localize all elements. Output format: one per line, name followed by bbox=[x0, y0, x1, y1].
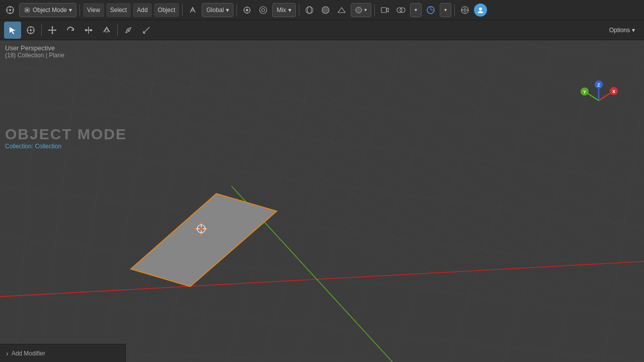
svg-point-16 bbox=[262, 9, 265, 12]
shading-icon[interactable] bbox=[318, 3, 333, 17]
svg-line-50 bbox=[40, 40, 503, 297]
svg-line-55 bbox=[242, 40, 644, 297]
svg-line-82 bbox=[0, 101, 644, 181]
viewport-label: User Perspective (18) Collection | Plane bbox=[5, 44, 64, 59]
divider-4 bbox=[299, 4, 299, 16]
svg-line-56 bbox=[282, 40, 644, 272]
overlay-icon[interactable] bbox=[394, 3, 408, 17]
scene-icon[interactable] bbox=[335, 3, 349, 17]
svg-point-22 bbox=[397, 8, 402, 13]
collection-name-link[interactable]: Collection bbox=[35, 143, 61, 150]
transform-orient-icon[interactable] bbox=[186, 3, 200, 17]
object-menu[interactable]: Object bbox=[154, 3, 180, 17]
svg-line-53 bbox=[161, 40, 594, 297]
select-menu[interactable]: Select bbox=[106, 3, 131, 17]
svg-line-69 bbox=[161, 40, 242, 362]
svg-rect-21 bbox=[381, 8, 386, 13]
mode-title: OBJECT MODE bbox=[5, 126, 127, 143]
svg-point-104 bbox=[581, 87, 589, 96]
svg-line-89 bbox=[231, 186, 392, 362]
render-icon[interactable] bbox=[378, 3, 392, 17]
cursor-icon[interactable] bbox=[3, 3, 17, 17]
x-axis-label: X bbox=[612, 89, 615, 94]
transform-tool-btn[interactable] bbox=[98, 22, 115, 39]
svg-point-11 bbox=[247, 6, 248, 7]
mode-overlay: OBJECT MODE Collection: Collection bbox=[5, 126, 127, 150]
options-btn[interactable]: Options ▾ bbox=[604, 25, 640, 36]
secondary-toolbar: Options ▾ bbox=[0, 20, 644, 40]
svg-line-48 bbox=[0, 40, 453, 297]
add-menu[interactable]: Add bbox=[133, 3, 151, 17]
snap-mix-dropdown[interactable]: Mix ▾ bbox=[272, 3, 296, 17]
svg-line-103 bbox=[586, 93, 599, 101]
svg-point-15 bbox=[260, 7, 267, 14]
svg-point-42 bbox=[105, 29, 108, 32]
divider-5 bbox=[374, 4, 375, 16]
expand-modifier-btn[interactable]: › Add Modifier bbox=[6, 349, 45, 357]
svg-line-44 bbox=[143, 27, 149, 33]
svg-line-83 bbox=[0, 141, 644, 226]
svg-point-96 bbox=[194, 228, 196, 230]
object-mode-dropdown[interactable]: Object Mode ▾ bbox=[19, 3, 76, 17]
svg-point-93 bbox=[197, 225, 205, 233]
svg-point-5 bbox=[9, 9, 11, 11]
svg-point-8 bbox=[192, 9, 194, 11]
svg-line-79 bbox=[604, 90, 644, 362]
svg-line-54 bbox=[201, 40, 624, 297]
svg-line-61 bbox=[503, 40, 644, 65]
divider-3 bbox=[236, 4, 237, 16]
svg-line-72 bbox=[262, 40, 362, 362]
svg-point-19 bbox=[322, 7, 329, 14]
svg-point-17 bbox=[306, 7, 313, 14]
world-icon[interactable] bbox=[458, 3, 472, 17]
main-toolbar: Object Mode ▾ View Select Add Object Glo… bbox=[0, 0, 644, 20]
svg-line-78 bbox=[553, 40, 644, 362]
modifier-label: Add Modifier bbox=[12, 350, 45, 357]
user-avatar[interactable] bbox=[474, 4, 487, 17]
cursor-tool-btn[interactable] bbox=[22, 22, 39, 39]
rotate-tool-btn[interactable] bbox=[62, 22, 79, 39]
divider-1 bbox=[79, 4, 80, 16]
svg-point-35 bbox=[30, 29, 32, 31]
select-tool-btn[interactable] bbox=[4, 22, 21, 39]
svg-point-20 bbox=[356, 7, 362, 13]
svg-line-57 bbox=[322, 40, 644, 241]
svg-line-81 bbox=[0, 65, 644, 141]
svg-line-60 bbox=[453, 40, 644, 116]
svg-line-77 bbox=[503, 40, 604, 362]
options-chevron: ▾ bbox=[632, 27, 635, 34]
overlay-dropdown[interactable]: ▾ bbox=[410, 3, 422, 17]
svg-line-101 bbox=[599, 92, 613, 101]
viewport[interactable]: User Perspective (18) Collection | Plane… bbox=[0, 40, 644, 362]
svg-line-84 bbox=[0, 186, 644, 272]
proportional-icon[interactable] bbox=[256, 3, 270, 17]
svg-line-88 bbox=[0, 261, 644, 297]
svg-line-76 bbox=[448, 40, 553, 362]
svg-line-64 bbox=[15, 40, 40, 362]
view-menu[interactable]: View bbox=[83, 3, 104, 17]
xray-icon[interactable] bbox=[302, 3, 316, 17]
scene-svg bbox=[0, 40, 644, 362]
scale-tool-btn[interactable] bbox=[80, 22, 97, 39]
divider-6 bbox=[454, 4, 455, 16]
annotate-tool-btn[interactable] bbox=[120, 22, 137, 39]
axis-indicator: Z X Y bbox=[579, 80, 619, 121]
svg-point-102 bbox=[610, 87, 618, 95]
move-tool-btn[interactable] bbox=[44, 22, 61, 39]
object-mode-label: Object Mode bbox=[33, 7, 67, 14]
svg-point-18 bbox=[307, 7, 311, 14]
snap-icon[interactable] bbox=[240, 3, 254, 17]
collection-prefix-label: Collection: Collection bbox=[5, 143, 127, 150]
options-label: Options bbox=[609, 27, 630, 34]
gizmo-dropdown[interactable]: ▾ bbox=[440, 3, 451, 17]
svg-line-70 bbox=[191, 40, 282, 362]
svg-point-23 bbox=[400, 8, 405, 13]
svg-point-100 bbox=[595, 80, 603, 88]
viewport-shading-dropdown[interactable]: ▾ bbox=[351, 3, 371, 17]
gizmo-icon[interactable] bbox=[424, 3, 438, 17]
collection-label: (18) Collection | Plane bbox=[5, 52, 64, 59]
svg-line-49 bbox=[0, 40, 478, 297]
svg-line-65 bbox=[40, 40, 80, 362]
transform-global-dropdown[interactable]: Global ▾ bbox=[202, 3, 233, 17]
measure-tool-btn[interactable] bbox=[138, 22, 155, 39]
